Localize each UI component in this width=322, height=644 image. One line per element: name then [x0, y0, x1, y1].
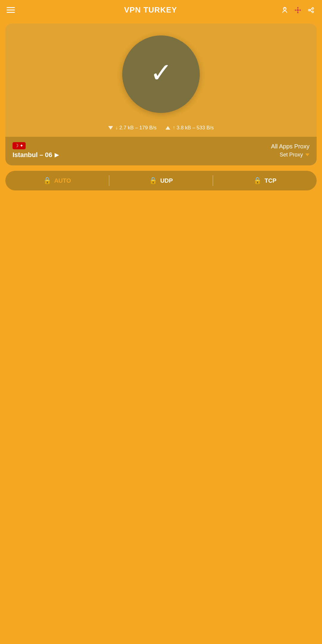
- upload-value: ↑ 3.8 kB – 533 B/s: [173, 125, 214, 131]
- protocol-udp[interactable]: 🔒 UDP: [109, 174, 213, 187]
- network-icon[interactable]: [293, 6, 302, 15]
- svg-point-4: [295, 9, 296, 11]
- download-stat: ↓ 2.7 kB – 179 B/s: [108, 125, 157, 131]
- server-info-bar: ☽ ✦ Istanbul – 06 ▶ All Apps Proxy Set P…: [5, 137, 317, 165]
- main-card: ✓ ↓ 2.7 kB – 179 B/s ↑ 3.8 kB – 533 B/s …: [5, 24, 317, 165]
- server-name[interactable]: Istanbul – 06 ▶: [13, 151, 59, 159]
- server-right: All Apps Proxy Set Proxy: [271, 143, 309, 158]
- lock-udp-icon: 🔒: [149, 177, 157, 184]
- protocol-udp-label: UDP: [160, 177, 173, 184]
- flag-icon: ☽ ✦: [15, 143, 24, 148]
- protocol-tcp[interactable]: 🔒 TCP: [213, 174, 317, 187]
- protocol-auto-label: AUTO: [54, 177, 71, 184]
- proxy-dropdown-arrow-icon: [305, 153, 309, 156]
- share-icon[interactable]: [306, 6, 315, 15]
- checkmark-icon: ✓: [150, 59, 172, 86]
- flag-badge: ☽ ✦: [13, 142, 26, 149]
- set-proxy-dropdown[interactable]: Set Proxy: [280, 152, 309, 158]
- header-icons: [280, 6, 315, 15]
- protocol-selector: 🔒 AUTO 🔒 UDP 🔒 TCP: [5, 171, 317, 190]
- menu-button[interactable]: [7, 7, 15, 13]
- upload-stat: ↑ 3.8 kB – 533 B/s: [165, 125, 214, 131]
- stats-row: ↓ 2.7 kB – 179 B/s ↑ 3.8 kB – 533 B/s: [11, 122, 311, 137]
- lock-tcp-icon: 🔒: [253, 177, 261, 184]
- app-header: VPN TURKEY: [0, 0, 322, 20]
- proxy-label: All Apps Proxy: [271, 143, 309, 150]
- set-proxy-label: Set Proxy: [280, 152, 303, 158]
- map-icon[interactable]: [280, 6, 289, 15]
- connect-button-wrapper: ✓: [11, 32, 311, 122]
- upload-arrow-icon: [165, 126, 170, 130]
- protocol-auto[interactable]: 🔒 AUTO: [5, 174, 109, 187]
- download-arrow-icon: [108, 126, 113, 130]
- server-left: ☽ ✦ Istanbul – 06 ▶: [13, 142, 59, 159]
- svg-point-3: [297, 12, 299, 13]
- svg-point-12: [308, 9, 310, 11]
- svg-point-2: [297, 7, 299, 8]
- download-value: ↓ 2.7 kB – 179 B/s: [115, 125, 157, 131]
- svg-point-10: [312, 7, 314, 9]
- app-title: VPN TURKEY: [21, 5, 280, 15]
- svg-point-5: [300, 9, 301, 11]
- svg-point-1: [297, 9, 299, 11]
- server-arrow-icon: ▶: [55, 152, 59, 158]
- lock-auto-icon: 🔒: [43, 177, 51, 184]
- protocol-tcp-label: TCP: [264, 177, 276, 184]
- svg-point-11: [312, 11, 314, 13]
- connect-button[interactable]: ✓: [122, 35, 200, 113]
